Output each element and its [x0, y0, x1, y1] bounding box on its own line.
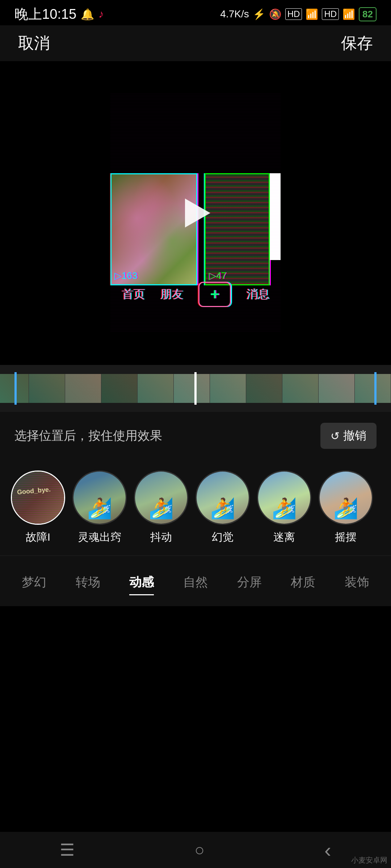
network-speed: 4.7K/s — [220, 8, 249, 20]
nav-home-button[interactable]: ○ — [194, 840, 205, 860]
effect-item-swing[interactable]: 🏄 摇摆 — [319, 471, 373, 545]
timeline-seg-8 — [246, 374, 282, 403]
video-preview: 首页 朋友 + 消息 — [0, 61, 391, 365]
battery-indicator: 82 — [359, 7, 377, 21]
nav-back-button[interactable]: ‹ — [324, 838, 331, 862]
effects-section: 故障I 🏄 灵魂出窍 🏄 抖动 🏄 幻觉 — [0, 460, 391, 556]
hd-icon: HD — [285, 8, 302, 20]
category-section: 梦幻 转场 动感 自然 分屏 材质 装饰 — [0, 556, 391, 606]
plus-icon: + — [210, 285, 219, 303]
tiktok-plus-button[interactable]: + — [198, 282, 231, 307]
timeline-seg-2 — [29, 374, 65, 403]
timeline-section — [0, 365, 391, 412]
play-button[interactable] — [177, 195, 214, 231]
timeline-seg-9 — [282, 374, 319, 403]
effect-label-shake: 抖动 — [150, 530, 172, 545]
timeline-seg-7 — [210, 374, 246, 403]
effect-thumb-glitch — [11, 471, 65, 525]
effect-label-soul: 灵魂出窍 — [78, 530, 121, 545]
category-tab-dynamic[interactable]: 动感 — [129, 570, 154, 595]
effect-item-lost[interactable]: 🏄 迷离 — [257, 471, 311, 545]
tiktok-tab-home: 首页 — [122, 286, 145, 302]
watermark: 小麦安卓网 — [351, 855, 387, 865]
panel-white-edge — [270, 173, 281, 260]
effect-thumb-soul: 🏄 — [72, 471, 127, 525]
timeline-left-border — [14, 372, 17, 405]
effect-thumb-illusion: 🏄 — [196, 471, 250, 525]
effect-thumb-lost: 🏄 — [257, 471, 311, 525]
play-icon — [185, 199, 210, 227]
category-tab-texture[interactable]: 材质 — [291, 570, 315, 595]
timeline-cursor[interactable] — [194, 372, 197, 405]
undo-label: 撤销 — [343, 428, 366, 444]
bluetooth-icon: ⚡ — [253, 8, 265, 20]
cancel-button[interactable]: 取消 — [18, 33, 50, 54]
status-bar: 晚上10:15 🔔 ♪ 4.7K/s ⚡ 🔕 HD 📶 HD 📶 82 — [0, 0, 391, 25]
nav-menu-button[interactable]: ☰ — [60, 840, 75, 860]
effect-label-lost: 迷离 — [273, 530, 295, 545]
timeline-seg-6 — [174, 374, 210, 403]
timeline-right-border — [374, 372, 377, 405]
tiktok-nav-overlay: 首页 朋友 + 消息 — [110, 282, 281, 307]
mute-icon: 🔕 — [269, 8, 282, 20]
panel-stripes — [206, 174, 269, 284]
panel-right — [205, 173, 270, 285]
undo-button[interactable]: ↺ 撤销 — [320, 423, 377, 449]
effect-label-glitch: 故障I — [26, 530, 50, 545]
effect-label-illusion: 幻觉 — [212, 530, 234, 545]
timeline-strip[interactable] — [0, 372, 391, 405]
status-time: 晚上10:15 — [14, 5, 76, 24]
signal-5g: 📶 — [342, 8, 355, 20]
system-nav-bar: ☰ ○ ‹ — [0, 832, 391, 868]
category-tab-split[interactable]: 分屏 — [237, 570, 262, 595]
timeline-seg-3 — [65, 374, 101, 403]
save-button[interactable]: 保存 — [341, 33, 373, 54]
category-tab-transition[interactable]: 转场 — [76, 570, 100, 595]
category-tab-decoration[interactable]: 装饰 — [345, 570, 369, 595]
category-tab-dream[interactable]: 梦幻 — [22, 570, 46, 595]
top-bar: 取消 保存 — [0, 25, 391, 61]
timeline-seg-4 — [101, 374, 138, 403]
effect-label-swing: 摇摆 — [335, 530, 357, 545]
effect-thumb-shake: 🏄 — [134, 471, 188, 525]
effect-item-shake[interactable]: 🏄 抖动 — [134, 471, 188, 545]
timeline-seg-5 — [138, 374, 174, 403]
tiktok-tab-messages: 消息 — [246, 286, 269, 302]
tiktok-tab-friends: 朋友 — [160, 286, 183, 302]
signal-4g: 📶 — [306, 8, 318, 20]
controls-hint: 选择位置后，按住使用效果 — [14, 427, 162, 444]
hd-icon2: HD — [322, 8, 339, 20]
category-tab-nature[interactable]: 自然 — [183, 570, 208, 595]
notification-icon: 🔔 — [81, 8, 94, 21]
effects-row: 故障I 🏄 灵魂出窍 🏄 抖动 🏄 幻觉 — [7, 471, 384, 545]
video-inner: 首页 朋友 + 消息 — [110, 94, 281, 332]
undo-icon: ↺ — [331, 430, 340, 442]
effect-item-glitch[interactable]: 故障I — [11, 471, 65, 545]
effect-item-soul[interactable]: 🏄 灵魂出窍 — [72, 471, 127, 545]
tiktok-icon: ♪ — [98, 8, 104, 20]
controls-section: 选择位置后，按住使用效果 ↺ 撤销 — [0, 412, 391, 460]
effect-item-illusion[interactable]: 🏄 幻觉 — [196, 471, 250, 545]
category-tabs: 梦幻 转场 动感 自然 分屏 材质 装饰 — [0, 570, 391, 595]
status-icons: 4.7K/s ⚡ 🔕 HD 📶 HD 📶 82 — [220, 7, 377, 21]
effect-thumb-swing: 🏄 — [319, 471, 373, 525]
timeline-seg-11 — [355, 374, 391, 403]
timeline-seg-10 — [319, 374, 355, 403]
